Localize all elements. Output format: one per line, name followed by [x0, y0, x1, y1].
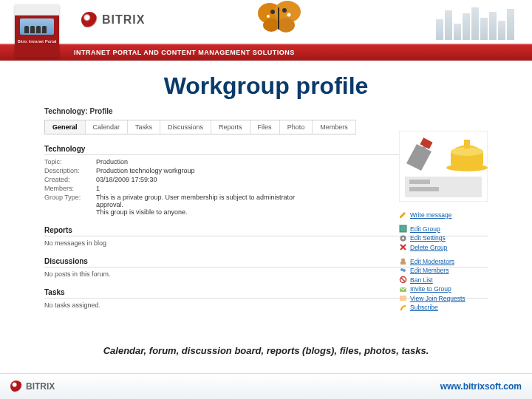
side-actions: Write message Edit Group Edit Settings D…: [399, 211, 488, 318]
ban-icon: [399, 276, 407, 284]
svg-point-4: [270, 10, 275, 14]
tab-files[interactable]: Files: [250, 120, 280, 134]
slide-caption: Calendar, forum, discussion board, repor…: [0, 345, 532, 356]
field-label: Description:: [44, 167, 96, 174]
svg-rect-8: [278, 7, 279, 30]
svg-rect-14: [409, 180, 430, 184]
svg-point-6: [287, 13, 291, 17]
link-edit-moderators[interactable]: Edit Moderators: [399, 257, 488, 265]
gear-icon: [399, 234, 407, 242]
buildings-graphic: [436, 4, 525, 40]
link-delete-group[interactable]: Delete Group: [399, 243, 488, 251]
svg-rect-17: [400, 225, 406, 232]
svg-rect-12: [464, 140, 470, 149]
field-label: Members:: [44, 185, 96, 192]
link-join-requests[interactable]: View Join Requests: [399, 294, 488, 302]
footer: BITRIX www.bitrixsoft.com: [0, 373, 532, 399]
workgroup-image: [399, 131, 488, 202]
members-icon: [399, 267, 407, 275]
product-box-graphic: Bitrix Intranet Portal: [15, 4, 59, 58]
product-box-label: Bitrix Intranet Portal: [15, 38, 59, 44]
x-icon: [399, 243, 407, 251]
edit-icon: [399, 225, 407, 233]
tab-calendar[interactable]: Calendar: [86, 120, 129, 134]
link-edit-settings[interactable]: Edit Settings: [399, 234, 488, 242]
tab-bar: General Calendar Tasks Discussions Repor…: [44, 120, 356, 134]
tagline-text: INTRANET PORTAL AND CONTENT MANAGEMENT S…: [74, 49, 295, 56]
footer-logo: BITRIX: [10, 381, 55, 392]
svg-rect-21: [400, 262, 406, 265]
field-value: 1: [96, 185, 100, 192]
link-edit-group[interactable]: Edit Group: [399, 225, 488, 233]
field-label: Group Type:: [44, 194, 96, 216]
svg-point-2: [263, 18, 279, 32]
link-subscribe[interactable]: Subscribe: [399, 304, 488, 312]
pencil-icon: [399, 211, 407, 219]
join-icon: [399, 294, 407, 302]
svg-point-7: [267, 15, 270, 18]
tab-general[interactable]: General: [45, 120, 86, 134]
field-label: Created:: [44, 176, 96, 183]
field-value: Production: [96, 158, 128, 166]
field-value: Production technology workgroup: [96, 167, 195, 174]
field-value: This is a private group. User membership…: [96, 194, 318, 216]
butterfly-icon: [255, 0, 302, 35]
app-header: Bitrix Intranet Portal BITRIX: [0, 0, 532, 44]
brand-logo: BITRIX: [81, 12, 145, 28]
footer-url[interactable]: www.bitrixsoft.com: [440, 381, 522, 392]
svg-point-13: [446, 164, 488, 171]
footer-brand: BITRIX: [26, 381, 55, 392]
svg-point-20: [401, 259, 405, 262]
tagline-bar: INTRANET PORTAL AND CONTENT MANAGEMENT S…: [0, 44, 532, 61]
page-title: Workgroup profile: [0, 72, 532, 100]
logo-swirl-icon: [81, 12, 98, 28]
field-value: 03/18/2009 17:59:30: [96, 176, 157, 183]
svg-rect-15: [409, 187, 439, 191]
link-ban-list[interactable]: Ban List: [399, 276, 488, 284]
svg-point-19: [402, 237, 404, 239]
svg-point-27: [400, 308, 402, 310]
link-write-message[interactable]: Write message: [399, 211, 488, 219]
invite-icon: [399, 285, 407, 293]
field-label: Topic:: [44, 158, 96, 166]
link-edit-members[interactable]: Edit Members: [399, 267, 488, 275]
svg-rect-26: [400, 296, 406, 301]
subscribe-icon: [399, 304, 407, 312]
breadcrumb: Technology: Profile: [44, 107, 488, 115]
moderators-icon: [399, 257, 407, 265]
link-invite[interactable]: Invite to Group: [399, 285, 488, 293]
tab-tasks[interactable]: Tasks: [128, 120, 160, 134]
logo-swirl-icon: [10, 381, 22, 392]
brand-name: BITRIX: [102, 13, 145, 27]
tab-discussions[interactable]: Discussions: [160, 120, 211, 134]
svg-point-3: [277, 18, 295, 33]
tab-members[interactable]: Members: [313, 120, 356, 134]
tab-photo[interactable]: Photo: [280, 120, 313, 134]
svg-point-23: [403, 269, 406, 272]
tab-reports[interactable]: Reports: [211, 120, 250, 134]
content-area: Technology: Profile General Calendar Tas…: [44, 107, 488, 309]
svg-point-5: [282, 8, 287, 13]
